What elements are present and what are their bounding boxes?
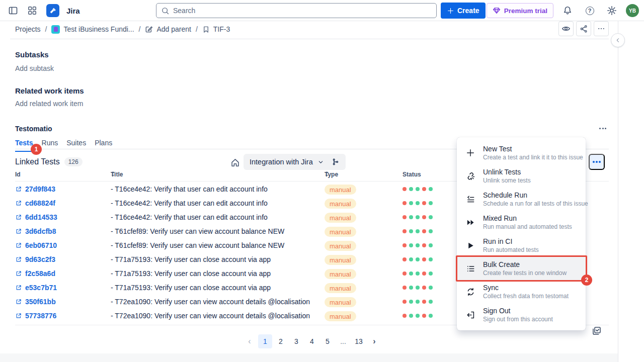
test-id-link[interactable]: f2c58a6d xyxy=(25,269,55,278)
breadcrumb: Projects / Test iBusiness Fundi... / Add… xyxy=(15,22,230,36)
external-link-icon[interactable] xyxy=(15,270,22,277)
external-link-icon[interactable] xyxy=(15,228,22,235)
pagination-ellipsis: ... xyxy=(336,334,350,348)
settings-button[interactable] xyxy=(604,3,620,19)
external-link-icon[interactable] xyxy=(15,298,22,305)
status-dots xyxy=(403,314,433,318)
add-related-work-button[interactable]: Add related work item xyxy=(15,100,83,108)
share-button[interactable] xyxy=(576,21,591,36)
app-switcher-button[interactable] xyxy=(24,3,40,19)
test-id-link[interactable]: 57738776 xyxy=(25,312,56,320)
menu-item-sync[interactable]: SyncCollect fresh data from testomat xyxy=(457,280,586,303)
search-bar[interactable] xyxy=(156,3,437,18)
test-id-link[interactable]: 9d63c2f3 xyxy=(25,255,55,263)
pagination-page-4[interactable]: 4 xyxy=(305,334,319,348)
menu-item-new-test[interactable]: New TestCreate a test and link it it to … xyxy=(457,141,586,164)
pagination-prev-button[interactable]: ‹ xyxy=(243,334,257,348)
add-parent-button[interactable]: Add parent xyxy=(145,25,191,33)
search-icon xyxy=(161,7,170,15)
test-id-link[interactable]: 350f61bb xyxy=(25,298,56,306)
ellipsis-icon xyxy=(597,25,605,33)
top-navigation: Jira Create Premium trial ? YB xyxy=(0,0,644,21)
test-title: - T72ea1090: Verify user can view accoun… xyxy=(111,312,310,320)
test-type-badge: manual xyxy=(325,312,356,320)
chevron-left-icon xyxy=(615,37,621,43)
test-id-link[interactable]: 6dd14533 xyxy=(25,213,57,221)
select-tests-button[interactable] xyxy=(592,326,602,336)
app-name: Jira xyxy=(66,7,80,15)
app-grid-icon xyxy=(28,6,37,15)
linked-tests-more-button[interactable] xyxy=(589,154,605,170)
menu-item-schedule-run[interactable]: Schedule RunSchedule a run for all tests… xyxy=(457,188,586,211)
menu-item-sign-out[interactable]: Sign OutSign out from this account xyxy=(457,303,586,326)
test-id-link[interactable]: cd68824f xyxy=(25,199,55,207)
pagination-page-5[interactable]: 5 xyxy=(320,334,335,348)
pagination: ‹ 1 2 3 4 5 ... 13 › xyxy=(15,334,609,349)
column-id[interactable]: Id xyxy=(15,171,21,178)
test-type-badge: manual xyxy=(325,213,356,221)
sign-out-icon xyxy=(466,310,475,320)
menu-item-bulk-create[interactable]: Bulk CreateCreate few tests in one windo… xyxy=(457,257,586,280)
share-icon xyxy=(580,25,588,33)
notifications-button[interactable] xyxy=(559,3,576,19)
plus-icon xyxy=(466,148,475,157)
breadcrumb-issue[interactable]: TIF-3 xyxy=(202,25,230,33)
test-id-link[interactable]: 3d6dcfb8 xyxy=(25,227,56,235)
status-dots xyxy=(403,187,433,191)
test-type-badge: manual xyxy=(325,255,356,263)
column-title[interactable]: Title xyxy=(111,171,115,177)
breadcrumb-project[interactable]: Test iBusiness Fundi... xyxy=(51,25,134,34)
test-id-link[interactable]: 6eb06710 xyxy=(25,241,57,249)
annotation-step-1: 1 xyxy=(31,144,42,155)
jira-logo-icon[interactable] xyxy=(46,4,59,17)
home-button[interactable] xyxy=(229,156,241,168)
external-link-icon[interactable] xyxy=(15,256,22,263)
tab-runs[interactable]: Runs xyxy=(42,139,58,152)
testomatio-more-button[interactable] xyxy=(596,123,610,134)
bulk-list-icon xyxy=(466,264,475,274)
tab-plans[interactable]: Plans xyxy=(95,139,112,152)
branch-icon xyxy=(332,158,340,166)
chevron-down-icon xyxy=(317,159,324,165)
issue-actions xyxy=(558,21,609,36)
menu-item-run-in-ci[interactable]: Run in CIRun automated tests xyxy=(457,234,586,257)
pagination-page-3[interactable]: 3 xyxy=(289,334,303,348)
test-id-link[interactable]: e53c7b71 xyxy=(25,284,57,292)
project-avatar-icon xyxy=(51,25,60,34)
pagination-page-1[interactable]: 1 xyxy=(258,334,272,348)
pagination-page-13[interactable]: 13 xyxy=(352,334,366,348)
menu-item-unlink-tests[interactable]: Unlink TestsUnlink some tests xyxy=(457,164,586,188)
related-work-heading: Related work items xyxy=(15,86,84,95)
breadcrumb-divider xyxy=(10,39,609,39)
status-dots xyxy=(403,215,433,219)
premium-trial-button[interactable]: Premium trial xyxy=(487,3,553,18)
menu-item-mixed-run[interactable]: Mixed RunRun manual and automated tests xyxy=(457,211,586,234)
test-title: - T16ce4e42: Verify that user can edit a… xyxy=(111,185,268,193)
pagination-page-2[interactable]: 2 xyxy=(274,334,288,348)
home-icon xyxy=(230,158,240,167)
watch-button[interactable] xyxy=(558,21,574,36)
column-type[interactable]: Type xyxy=(325,171,329,177)
user-avatar[interactable]: YB xyxy=(626,4,639,17)
panel-collapse-button[interactable] xyxy=(611,33,625,47)
test-id-link[interactable]: 27d9f843 xyxy=(25,185,55,193)
tab-suites[interactable]: Suites xyxy=(66,139,86,152)
external-link-icon[interactable] xyxy=(15,200,22,207)
external-link-icon[interactable] xyxy=(15,214,22,221)
test-type-badge: manual xyxy=(325,241,356,249)
help-button[interactable]: ? xyxy=(582,3,598,19)
project-selector-dropdown[interactable]: Integration with Jira xyxy=(244,154,346,170)
external-link-icon[interactable] xyxy=(15,284,22,291)
footer-band xyxy=(0,353,618,362)
external-link-icon[interactable] xyxy=(15,186,22,193)
breadcrumb-projects[interactable]: Projects xyxy=(15,25,41,33)
external-link-icon[interactable] xyxy=(15,242,22,249)
external-link-icon[interactable] xyxy=(15,312,22,319)
search-input[interactable] xyxy=(173,7,432,15)
annotation-step-2: 2 xyxy=(581,275,592,286)
more-actions-button[interactable] xyxy=(594,21,609,36)
create-button[interactable]: Create xyxy=(441,3,486,19)
pagination-next-button[interactable]: › xyxy=(367,334,381,348)
sidebar-toggle-button[interactable] xyxy=(5,3,21,19)
add-subtask-button[interactable]: Add subtask xyxy=(15,64,54,72)
